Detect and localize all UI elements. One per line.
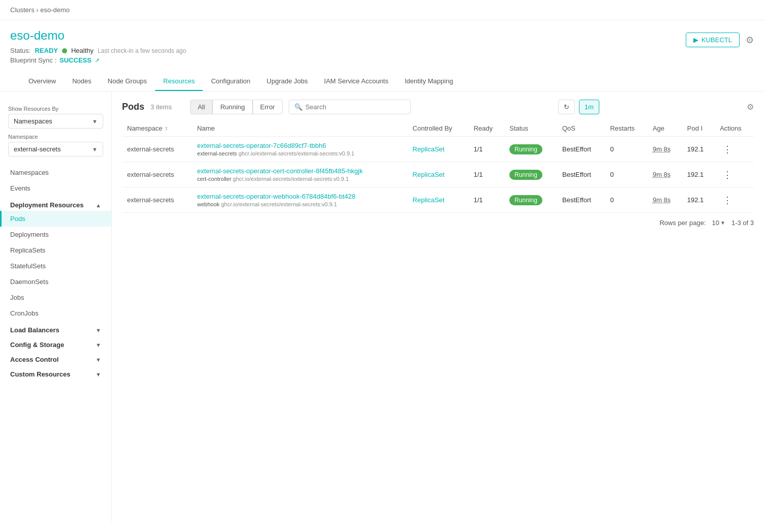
- load-balancers-label: Load Balancers: [10, 326, 59, 334]
- terminal-icon: ▶: [693, 36, 698, 44]
- sidebar-section-load-balancers[interactable]: Load Balancers ▼: [0, 321, 111, 336]
- cell-namespace-0: external-secrets: [122, 137, 192, 162]
- external-link-icon[interactable]: ↗: [95, 57, 100, 64]
- tab-upgrade-jobs[interactable]: Upgrade Jobs: [259, 72, 316, 91]
- sidebar-section-access-control[interactable]: Access Control ▼: [0, 351, 111, 365]
- actions-menu-button-0[interactable]: ⋮: [720, 143, 735, 156]
- tab-identity-mapping[interactable]: Identity Mapping: [396, 72, 461, 91]
- namespace-select[interactable]: external-secrets ▼: [8, 142, 103, 157]
- tab-nodes[interactable]: Nodes: [64, 72, 100, 91]
- sidebar-item-replicasets[interactable]: ReplicaSets: [0, 242, 111, 258]
- col-controlled-by: Controlled By: [408, 120, 469, 137]
- chevron-down-lb-icon: ▼: [96, 327, 101, 333]
- actions-menu-button-1[interactable]: ⋮: [720, 168, 735, 181]
- pod-sub-1: cert-controller ghcr.io/external-secrets…: [197, 176, 403, 182]
- pod-name-link-1[interactable]: external-secrets-operator-cert-controlle…: [197, 167, 403, 175]
- rows-per-page-value: 10: [712, 219, 719, 227]
- cell-restarts-0: 0: [605, 137, 648, 162]
- breadcrumb-parent[interactable]: Clusters: [10, 6, 35, 14]
- rows-per-page-select[interactable]: 10 ▼: [712, 219, 725, 227]
- sidebar-item-pods[interactable]: Pods: [0, 211, 111, 227]
- sidebar: Show Resources By Namespaces ▼ Namespace…: [0, 91, 112, 522]
- sidebar-item-jobs[interactable]: Jobs: [0, 290, 111, 305]
- cell-controlled-by-0[interactable]: ReplicaSet: [408, 137, 469, 162]
- sidebar-item-events[interactable]: Events: [0, 180, 111, 196]
- sidebar-item-cronjobs[interactable]: CronJobs: [0, 305, 111, 321]
- table-row: external-secrets external-secrets-operat…: [122, 137, 754, 162]
- cell-actions-1: ⋮: [715, 162, 754, 187]
- table-row: external-secrets external-secrets-operat…: [122, 162, 754, 187]
- tab-overview[interactable]: Overview: [20, 72, 64, 91]
- cell-ready-0: 1/1: [469, 137, 505, 162]
- pod-name-link-0[interactable]: external-secrets-operator-7c66d89cf7-tbb…: [197, 142, 403, 149]
- sidebar-item-namespaces[interactable]: Namespaces: [0, 165, 111, 180]
- show-resources-label: Show Resources By: [8, 106, 103, 112]
- status-value: READY: [35, 47, 58, 54]
- tab-configuration[interactable]: Configuration: [203, 72, 258, 91]
- cell-namespace-1: external-secrets: [122, 162, 192, 187]
- blueprint-label: Blueprint Sync :: [10, 56, 56, 64]
- cell-name-0: external-secrets-operator-7c66d89cf7-tbb…: [192, 137, 408, 162]
- sidebar-section-deployment-resources[interactable]: Deployment Resources ▲: [0, 196, 111, 211]
- pod-sub-0: external-secrets ghcr.io/external-secret…: [197, 150, 403, 157]
- search-icon: 🔍: [294, 103, 302, 111]
- pods-title: Pods: [122, 102, 144, 112]
- tab-iam-service-accounts[interactable]: IAM Service Accounts: [316, 72, 396, 91]
- rows-per-page-chevron-icon: ▼: [720, 220, 725, 226]
- filter-running-button[interactable]: Running: [212, 100, 252, 114]
- sidebar-item-statefulsets[interactable]: StatefulSets: [0, 258, 111, 274]
- rows-per-page-label: Rows per page:: [659, 219, 706, 227]
- tab-node-groups[interactable]: Node Groups: [100, 72, 155, 91]
- breadcrumb-separator: ›: [36, 6, 38, 14]
- search-input[interactable]: [305, 103, 405, 111]
- status-badge-0: Running: [509, 144, 542, 154]
- filter-all-button[interactable]: All: [190, 100, 212, 114]
- filter-error-button[interactable]: Error: [253, 100, 283, 114]
- cell-ready-1: 1/1: [469, 162, 505, 187]
- cell-controlled-by-2[interactable]: ReplicaSet: [408, 187, 469, 213]
- table-row: external-secrets external-secrets-operat…: [122, 187, 754, 213]
- cell-qos-1: BestEffort: [557, 162, 605, 187]
- sidebar-section-config-storage[interactable]: Config & Storage ▼: [0, 336, 111, 351]
- cell-age-1: 9m 8s: [648, 162, 682, 187]
- cell-pod-ip-1: 192.1: [682, 162, 715, 187]
- cell-age-2: 9m 8s: [648, 187, 682, 213]
- sidebar-section-custom-resources[interactable]: Custom Resources ▼: [0, 365, 111, 380]
- tab-resources[interactable]: Resources: [155, 72, 203, 91]
- settings-icon[interactable]: ⚙: [746, 35, 754, 46]
- namespace-filter-label: Namespace: [8, 134, 103, 140]
- col-name: Name: [192, 120, 408, 137]
- breadcrumb: Clusters › eso-demo: [0, 0, 764, 20]
- kubectl-button[interactable]: ▶ KUBECTL: [686, 33, 740, 47]
- pagination-range: 1-3 of 3: [731, 219, 754, 227]
- cell-name-2: external-secrets-operator-webhook-6784d8…: [192, 187, 408, 213]
- status-label: Status:: [10, 47, 30, 54]
- pagination-row: Rows per page: 10 ▼ 1-3 of 3: [122, 213, 754, 233]
- config-storage-label: Config & Storage: [10, 341, 64, 349]
- chevron-up-icon: ▲: [96, 202, 101, 208]
- header: eso-demo Status: READY Healthy Last chec…: [0, 20, 764, 91]
- time-filter-button[interactable]: 1m: [579, 100, 599, 114]
- cell-controlled-by-1[interactable]: ReplicaSet: [408, 162, 469, 187]
- cluster-title: eso-demo: [10, 28, 186, 43]
- table-settings-icon[interactable]: ⚙: [747, 102, 754, 112]
- col-namespace: Namespace ⇑: [122, 120, 192, 137]
- chevron-down-ac-icon: ▼: [96, 357, 101, 363]
- kubectl-label: KUBECTL: [701, 36, 732, 44]
- status-badge-2: Running: [509, 195, 542, 205]
- chevron-down-icon: ▼: [92, 118, 98, 124]
- refresh-button[interactable]: ↻: [558, 100, 575, 114]
- cell-name-1: external-secrets-operator-cert-controlle…: [192, 162, 408, 187]
- pod-name-link-2[interactable]: external-secrets-operator-webhook-6784d8…: [197, 193, 403, 200]
- chevron-down-cr-icon: ▼: [96, 371, 101, 378]
- cell-qos-0: BestEffort: [557, 137, 605, 162]
- cell-ready-2: 1/1: [469, 187, 505, 213]
- actions-menu-button-2[interactable]: ⋮: [720, 194, 735, 207]
- sort-icon[interactable]: ⇑: [164, 126, 168, 132]
- search-box: 🔍: [289, 100, 411, 114]
- col-restarts: Restarts: [605, 120, 648, 137]
- sidebar-item-daemonsets[interactable]: DaemonSets: [0, 274, 111, 290]
- sidebar-item-deployments[interactable]: Deployments: [0, 227, 111, 242]
- pod-sub-2: webhook ghcr.io/external-secrets/externa…: [197, 201, 403, 207]
- show-resources-select[interactable]: Namespaces ▼: [8, 114, 103, 129]
